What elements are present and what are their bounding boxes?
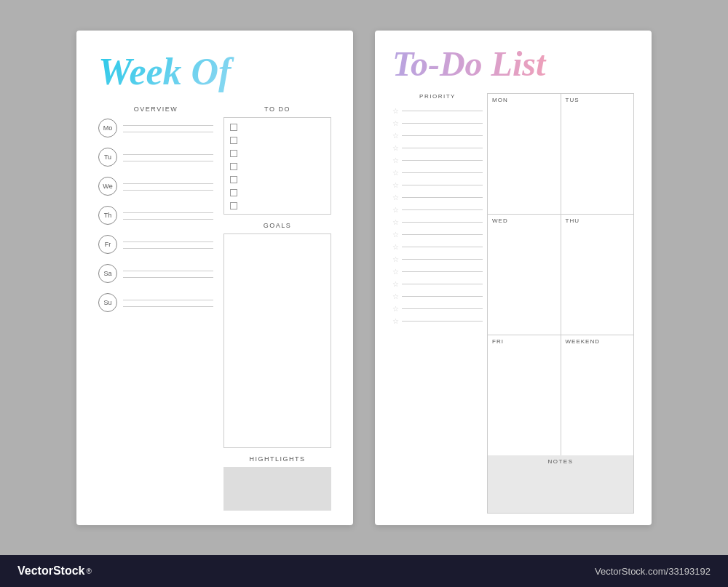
todo-item — [230, 124, 325, 131]
priority-item: ☆ — [392, 132, 483, 140]
day-cell-tus: TUS — [561, 94, 634, 214]
priority-item: ☆ — [392, 305, 483, 313]
day-line — [123, 241, 213, 242]
todo-item — [230, 150, 325, 157]
todo-list-card: To-Do List PRIORITY ☆ ☆ ☆ ☆ ☆ ☆ ☆ ☆ ☆ ☆ … — [375, 31, 652, 525]
fri-header: FRI — [492, 338, 556, 345]
registered-icon: ® — [86, 567, 91, 575]
todo-item — [230, 163, 325, 170]
day-circle-su: Su — [98, 293, 117, 312]
day-row-fr: Fr — [98, 235, 213, 254]
notes-header: NOTES — [492, 458, 629, 465]
priority-item: ☆ — [392, 119, 483, 127]
todo-box — [223, 117, 331, 215]
day-line — [123, 271, 213, 271]
day-circle-sa: Sa — [98, 264, 117, 283]
priority-header: PRIORITY — [392, 93, 483, 103]
todo-list-title: To-Do List — [392, 45, 634, 84]
notes-row: NOTES — [487, 455, 634, 514]
goals-section-label: GOALS — [223, 222, 331, 229]
day-row-tu: Tu — [98, 148, 213, 167]
days-row-2: WED THU — [487, 214, 634, 335]
star-icon: ☆ — [392, 305, 399, 313]
day-line — [123, 190, 213, 191]
checkbox[interactable] — [230, 137, 237, 144]
day-line — [123, 161, 213, 161]
star-icon: ☆ — [392, 218, 399, 226]
day-line — [123, 277, 213, 278]
day-row-su: Su — [98, 293, 213, 312]
priority-item: ☆ — [392, 218, 483, 226]
days-row-1: MON TUS — [487, 93, 634, 214]
day-line — [123, 300, 213, 300]
todo-item — [230, 176, 325, 183]
star-icon: ☆ — [392, 144, 399, 152]
star-icon: ☆ — [392, 268, 399, 276]
checkbox[interactable] — [230, 189, 237, 196]
checkbox[interactable] — [230, 163, 237, 170]
day-row-sa: Sa — [98, 264, 213, 283]
checkbox[interactable] — [230, 176, 237, 183]
star-icon: ☆ — [392, 255, 399, 263]
overview-column: OVERVIEW Mo Tu We — [98, 105, 213, 511]
star-icon: ☆ — [392, 280, 399, 288]
todo-item — [230, 137, 325, 144]
days-row-3: FRI WEEKEND — [487, 335, 634, 455]
star-icon: ☆ — [392, 156, 399, 164]
priority-item: ☆ — [392, 317, 483, 325]
day-cell-fri: FRI — [488, 335, 561, 455]
priority-item: ☆ — [392, 193, 483, 201]
checkbox[interactable] — [230, 124, 237, 131]
star-icon: ☆ — [392, 107, 399, 115]
star-icon: ☆ — [392, 181, 399, 189]
overview-header: OVERVIEW — [98, 105, 213, 113]
priority-item: ☆ — [392, 243, 483, 251]
week-of-card: Week Of OVERVIEW Mo Tu — [76, 31, 353, 525]
day-circle-we: We — [98, 177, 117, 196]
day-circle-th: Th — [98, 206, 117, 225]
days-grid: MON TUS WED THU FRI — [487, 93, 634, 513]
day-circle-mo: Mo — [98, 119, 117, 137]
day-cell-wed: WED — [488, 215, 561, 335]
footer: VectorStock ® VectorStock.com/33193192 — [0, 555, 728, 587]
day-line — [123, 132, 213, 132]
priority-item: ☆ — [392, 107, 483, 115]
checkbox[interactable] — [230, 202, 237, 209]
day-line — [123, 183, 213, 184]
priority-column: PRIORITY ☆ ☆ ☆ ☆ ☆ ☆ ☆ ☆ ☆ ☆ ☆ ☆ ☆ ☆ ☆ ☆… — [392, 93, 487, 513]
day-circle-fr: Fr — [98, 235, 117, 254]
highlights-box — [223, 467, 331, 511]
star-icon: ☆ — [392, 243, 399, 251]
priority-item: ☆ — [392, 156, 483, 164]
day-cell-mon: MON — [488, 94, 561, 214]
priority-item: ☆ — [392, 255, 483, 263]
day-line — [123, 306, 213, 307]
priority-item: ☆ — [392, 280, 483, 288]
week-of-title: Week Of — [98, 51, 331, 92]
star-icon: ☆ — [392, 169, 399, 177]
day-circle-tu: Tu — [98, 148, 117, 167]
star-icon: ☆ — [392, 231, 399, 239]
checkbox[interactable] — [230, 150, 237, 157]
day-row-th: Th — [98, 206, 213, 225]
todo-section-label: TO DO — [223, 105, 331, 113]
day-line — [123, 219, 213, 220]
weekend-header: WEEKEND — [566, 338, 630, 345]
day-row-mo: Mo — [98, 119, 213, 137]
star-icon: ☆ — [392, 317, 399, 325]
day-line — [123, 248, 213, 249]
day-cell-weekend: WEEKEND — [561, 335, 634, 455]
todo-item — [230, 189, 325, 196]
priority-item: ☆ — [392, 268, 483, 276]
priority-item: ☆ — [392, 169, 483, 177]
priority-item: ☆ — [392, 144, 483, 152]
priority-item: ☆ — [392, 206, 483, 214]
footer-url: VectorStock.com/33193192 — [595, 566, 711, 577]
day-row-we: We — [98, 177, 213, 196]
brand-name: VectorStock — [17, 564, 84, 578]
right-column: TO DO GOALS HIGHTLIGHTS — [223, 105, 331, 511]
star-icon: ☆ — [392, 292, 399, 300]
todo-item — [230, 202, 325, 209]
wed-header: WED — [492, 217, 556, 224]
day-line — [123, 212, 213, 213]
